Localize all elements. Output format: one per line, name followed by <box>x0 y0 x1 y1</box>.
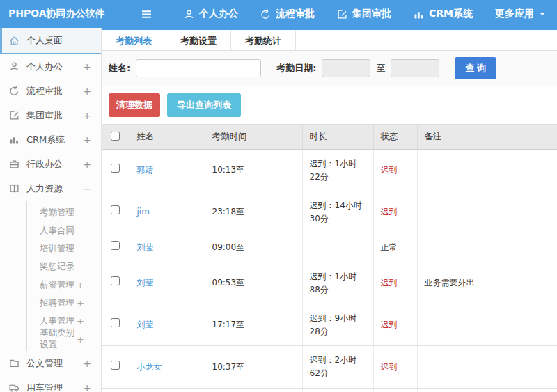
status-badge: 迟到 <box>381 362 398 372</box>
sidebar-item-human-resources[interactable]: 人力资源 − <box>0 176 101 201</box>
row-checkbox[interactable] <box>111 276 120 285</box>
status-cell: 迟到 <box>373 191 417 233</box>
expand-plus-icon[interactable]: + <box>83 61 91 72</box>
user-icon <box>9 61 19 72</box>
status-badge: 迟到 <box>381 320 398 329</box>
row-checkbox[interactable] <box>111 361 120 370</box>
row-checkbox[interactable] <box>111 164 120 173</box>
attendance-time: 17:17至 <box>205 304 302 346</box>
expand-plus-icon[interactable]: + <box>77 334 84 345</box>
employee-name-link[interactable]: 郭靖 <box>137 165 154 175</box>
select-all-checkbox[interactable] <box>111 132 120 141</box>
submenu-item-reward-punishment[interactable]: 奖惩记录 <box>27 258 101 276</box>
expand-plus-icon[interactable]: + <box>77 298 84 308</box>
employee-name-link[interactable]: 刘莹 <box>137 278 154 288</box>
sidebar-toggle-button[interactable] <box>139 7 155 22</box>
attendance-time: 09:00至 <box>205 233 302 262</box>
attendance-date-label: 考勤日期: <box>276 62 316 75</box>
table-row: 郭靖 10:13至 迟到：1小时22分 迟到 <box>102 150 557 191</box>
duration-cell: 迟到：14小时30分 <box>302 191 373 233</box>
search-form: 姓名: 考勤日期: 至 查 询 <box>102 51 557 86</box>
caret-down-icon <box>539 11 546 17</box>
sidebar-item-crm-system[interactable]: CRM系统 + <box>0 127 101 152</box>
status-cell: 迟到/早退 <box>373 388 417 392</box>
submenu-item-salary-mgmt[interactable]: 薪资管理 + <box>27 276 101 294</box>
expand-plus-icon[interactable]: + <box>83 358 91 369</box>
submenu-item-training-mgmt[interactable]: 培训管理 <box>27 240 101 258</box>
export-list-button[interactable]: 导出查询列表 <box>167 93 241 117</box>
duration-cell: 迟到：2小时90分早退：7小时10分 <box>302 388 373 392</box>
sidebar-item-admin-office[interactable]: 行政办公 + <box>0 152 101 176</box>
expand-plus-icon[interactable]: + <box>83 110 91 121</box>
attendance-table: 姓名 考勤时间 时长 状态 备注 郭靖 10:13至 迟到：1小时22分 迟到 … <box>102 124 557 392</box>
expand-plus-icon[interactable]: + <box>77 280 84 290</box>
date-to-input[interactable] <box>391 59 439 77</box>
duration-cell: 迟到：1小时22分 <box>302 150 373 191</box>
folder-icon <box>9 358 19 368</box>
collapse-minus-icon[interactable]: − <box>83 183 91 194</box>
employee-name-link[interactable]: 刘莹 <box>137 320 154 329</box>
expand-plus-icon[interactable]: + <box>83 159 91 170</box>
clean-data-button[interactable]: 清理数据 <box>109 93 160 117</box>
date-from-input[interactable] <box>322 59 370 77</box>
submenu-item-attendance-mgmt[interactable]: 考勤管理 <box>27 203 101 221</box>
main-content: 考勤列表 考勤设置 考勤统计 姓名: 考勤日期: 至 查 询 清理数据 导出查询… <box>102 28 557 392</box>
attendance-time: 10:13至 <box>205 150 302 191</box>
col-header-status: 状态 <box>373 125 417 150</box>
duration-cell: 迟到：1小时88分 <box>302 262 373 304</box>
sidebar-item-document-mgmt[interactable]: 公文管理 + <box>0 351 101 375</box>
query-button[interactable]: 查 询 <box>455 57 496 79</box>
table-row: 小龙女 10:37至 迟到：2小时62分 迟到 <box>102 346 557 388</box>
sidebar-item-vehicle-mgmt[interactable]: 用车管理 + <box>0 375 101 392</box>
row-checkbox[interactable] <box>111 205 120 214</box>
topnav-more-apps[interactable]: 更多应用 <box>484 8 557 20</box>
status-cell: 迟到 <box>373 262 417 304</box>
employee-name-link[interactable]: jim <box>137 207 150 217</box>
submenu-item-base-category-settings[interactable]: 基础类别设置 + <box>27 330 101 348</box>
row-checkbox[interactable] <box>111 241 120 250</box>
attendance-time: 10:54至10:54 <box>205 388 302 392</box>
user-icon <box>184 9 194 19</box>
topnav-personal-office[interactable]: 个人办公 <box>173 8 249 20</box>
tab-attendance-settings[interactable]: 考勤设置 <box>166 30 231 50</box>
sidebar-item-personal-desktop[interactable]: 个人桌面 <box>0 28 101 54</box>
chart-icon <box>414 9 424 19</box>
note-cell: 业务需要外出 <box>417 262 557 304</box>
sidebar: 个人桌面 个人办公 + 流程审批 + 集团审批 + CRM系统 + 行政办公 + <box>0 28 102 392</box>
row-checkbox[interactable] <box>111 318 120 327</box>
tab-bar: 考勤列表 考勤设置 考勤统计 <box>102 30 557 51</box>
duration-cell: 迟到：2小时62分 <box>302 346 373 388</box>
edit-icon <box>9 110 19 120</box>
expand-plus-icon[interactable]: + <box>83 86 91 97</box>
expand-plus-icon[interactable]: + <box>83 134 91 146</box>
sidebar-item-workflow-approval[interactable]: 流程审批 + <box>0 79 101 103</box>
expand-plus-icon[interactable]: + <box>83 382 91 392</box>
note-cell <box>417 346 557 388</box>
tab-attendance-stats[interactable]: 考勤统计 <box>231 30 296 50</box>
book-icon <box>9 183 19 194</box>
expand-plus-icon[interactable]: + <box>77 316 84 327</box>
submenu-item-hr-contract[interactable]: 人事合同 <box>27 221 101 240</box>
name-search-input[interactable] <box>136 59 261 77</box>
menu-icon <box>141 10 152 19</box>
tab-attendance-list[interactable]: 考勤列表 <box>102 30 166 50</box>
note-cell <box>417 191 557 233</box>
duration-cell: 迟到：9小时28分 <box>302 304 373 346</box>
topnav-crm-system[interactable]: CRM系统 <box>402 8 484 20</box>
table-header-row: 姓名 考勤时间 时长 状态 备注 <box>102 125 557 150</box>
sidebar-item-personal-office[interactable]: 个人办公 + <box>0 54 101 79</box>
table-row: 刘莹 09:00至 正常 <box>102 233 557 262</box>
employee-name-link[interactable]: 小龙女 <box>137 362 162 372</box>
note-cell <box>417 233 557 262</box>
topnav-group-approval[interactable]: 集团审批 <box>326 8 402 20</box>
home-icon <box>9 36 19 46</box>
duration-cell <box>302 233 373 262</box>
employee-name-link[interactable]: 刘莹 <box>137 242 154 252</box>
submenu-item-recruit-mgmt[interactable]: 招聘管理 + <box>27 294 101 312</box>
sidebar-item-group-approval[interactable]: 集团审批 + <box>0 103 101 127</box>
col-header-duration: 时长 <box>302 125 373 150</box>
status-badge: 迟到 <box>381 207 398 217</box>
note-cell: 1111 <box>417 388 557 392</box>
topnav-workflow-approval[interactable]: 流程审批 <box>249 8 326 20</box>
status-cell: 迟到 <box>373 304 417 346</box>
